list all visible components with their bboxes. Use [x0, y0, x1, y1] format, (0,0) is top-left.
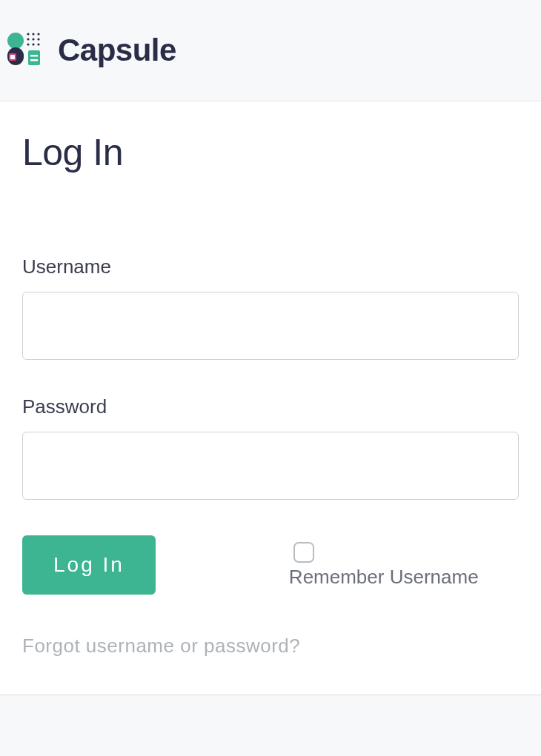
actions-row: Log In Remember Username: [22, 535, 519, 595]
capsule-icon: [7, 33, 47, 68]
forgot-link[interactable]: Forgot username or password?: [22, 635, 300, 657]
svg-rect-3: [10, 55, 15, 59]
login-card: Log In Username Password Log In Remember…: [0, 101, 541, 695]
username-label: Username: [22, 255, 519, 278]
svg-point-8: [32, 38, 34, 40]
remember-checkbox[interactable]: [293, 542, 314, 563]
svg-rect-0: [7, 33, 24, 49]
password-label: Password: [22, 395, 519, 418]
svg-rect-13: [28, 50, 40, 65]
svg-point-10: [27, 43, 29, 45]
svg-point-9: [37, 38, 39, 40]
username-input[interactable]: [22, 292, 519, 360]
password-input[interactable]: [22, 432, 519, 500]
login-button[interactable]: Log In: [22, 535, 156, 595]
svg-point-6: [37, 33, 39, 35]
remember-label: Remember Username: [289, 566, 479, 589]
svg-point-4: [27, 33, 29, 35]
page-title: Log In: [22, 131, 519, 174]
svg-point-11: [32, 43, 34, 45]
svg-point-12: [37, 43, 39, 45]
brand-logo: Capsule: [7, 33, 534, 68]
remember-group: Remember Username: [289, 542, 479, 589]
svg-rect-14: [30, 55, 38, 57]
header-bar: Capsule: [0, 0, 541, 101]
svg-rect-15: [30, 59, 38, 61]
svg-point-7: [27, 38, 29, 40]
brand-name: Capsule: [58, 33, 176, 68]
username-field-group: Username: [22, 255, 519, 360]
svg-point-5: [32, 33, 34, 35]
password-field-group: Password: [22, 395, 519, 500]
